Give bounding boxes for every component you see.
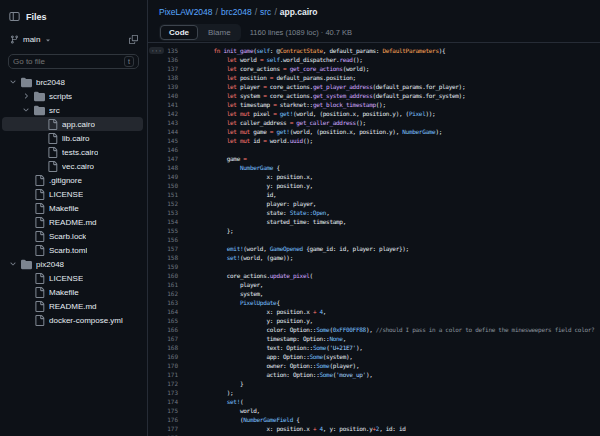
tree-item-label: vec.cairo	[62, 162, 94, 171]
tree-item-readme.md[interactable]: README.md	[2, 215, 143, 229]
breadcrumb-link[interactable]: PixeLAW2048	[159, 7, 213, 17]
breadcrumb-link[interactable]: src	[260, 7, 271, 17]
line-number[interactable]: 167	[148, 334, 187, 343]
chevron-down-icon[interactable]	[8, 260, 17, 268]
line-number[interactable]: 141	[148, 100, 187, 109]
tree-item-docker-compose.yml[interactable]: docker-compose.yml	[2, 313, 143, 327]
line-number[interactable]: 171	[148, 370, 187, 379]
code-line-text: let caller_address = get_caller_address(…	[187, 118, 366, 127]
breadcrumb-link[interactable]: brc2048	[221, 7, 252, 17]
line-number[interactable]: 140	[148, 91, 187, 100]
line-number[interactable]: 152	[148, 199, 187, 208]
tree-item-lib.cairo[interactable]: lib.cairo	[2, 131, 143, 145]
line-number[interactable]: 155	[148, 226, 187, 235]
breadcrumb-separator: /	[255, 7, 257, 17]
tree-item-label: Makefile	[49, 204, 79, 213]
line-number[interactable]: 170	[148, 361, 187, 370]
line-number[interactable]: 148	[148, 163, 187, 172]
tree-item-scarb.lock[interactable]: Scarb.lock	[2, 229, 143, 243]
line-number[interactable]: 165	[148, 316, 187, 325]
line-number[interactable]: 137	[148, 64, 187, 73]
folder-icon	[21, 77, 32, 88]
tree-item-scripts[interactable]: scripts	[2, 89, 143, 103]
code-line-text: let mut game = get!(world, (position.x, …	[187, 127, 442, 136]
code-line: 156	[148, 235, 600, 244]
code-line-text: let world = self.world_dispatcher.read()…	[187, 55, 363, 64]
line-number[interactable]: 151	[148, 190, 187, 199]
code-line-text: started_time: timestamp,	[187, 217, 346, 226]
code-line: 173 );	[148, 388, 600, 397]
tree-item-pix2048[interactable]: pix2048	[2, 257, 143, 271]
sidebar-toggle-icon[interactable]	[9, 11, 20, 22]
line-number[interactable]: 176	[148, 415, 187, 424]
code-line-text: text: Option::Some('U+21E7'),	[187, 343, 363, 352]
file-icon	[34, 245, 45, 256]
line-number[interactable]: 168	[148, 343, 187, 352]
tab-code[interactable]: Code	[160, 25, 198, 40]
tree-item-license[interactable]: LICENSE	[2, 187, 143, 201]
tree-item-label: README.md	[49, 218, 97, 227]
line-number[interactable]: 135···	[148, 46, 187, 55]
line-number[interactable]: 158	[148, 253, 187, 262]
line-number[interactable]: 144	[148, 127, 187, 136]
code-line-text: let system = core_actions.get_system_add…	[187, 91, 465, 100]
line-number[interactable]: 161	[148, 280, 187, 289]
tree-item-vec.cairo[interactable]: vec.cairo	[2, 159, 143, 173]
line-number[interactable]: 156	[148, 235, 187, 244]
line-number[interactable]: 136	[148, 55, 187, 64]
tree-item-.gitignore[interactable]: .gitignore	[2, 173, 143, 187]
tree-item-tests.cairo[interactable]: tests.cairo	[2, 145, 143, 159]
code-line-text: player: player,	[187, 199, 316, 208]
chevron-right-icon[interactable]	[21, 92, 30, 100]
line-number[interactable]: 160	[148, 271, 187, 280]
line-number[interactable]: 142	[148, 109, 187, 118]
tree-item-brc2048[interactable]: brc2048	[2, 75, 143, 89]
line-number[interactable]: 138	[148, 73, 187, 82]
code-line-text: emit!(world, GameOpened {game_id: id, pl…	[187, 244, 409, 253]
folder-icon	[34, 91, 45, 102]
file-tree: brc2048scriptssrcapp.cairolib.cairotests…	[0, 73, 147, 436]
line-number[interactable]: 143	[148, 118, 187, 127]
line-number[interactable]: 163	[148, 298, 187, 307]
line-number[interactable]: 175	[148, 406, 187, 415]
line-number[interactable]: 139	[148, 82, 187, 91]
copy-icon[interactable]	[127, 30, 140, 49]
go-to-file-input[interactable]	[13, 57, 105, 66]
tree-item-license[interactable]: LICENSE	[2, 271, 143, 285]
tree-item-makefile[interactable]: Makefile	[2, 285, 143, 299]
tree-item-label: Makefile	[49, 288, 79, 297]
line-number[interactable]: 166	[148, 325, 187, 334]
line-number[interactable]: 159	[148, 262, 187, 271]
code-line-text: action: Option::Some('move_up'),	[187, 370, 373, 379]
code-line: 151 id,	[148, 190, 600, 199]
tree-item-scarb.toml[interactable]: Scarb.toml	[2, 243, 143, 257]
line-number[interactable]: 154	[148, 217, 187, 226]
chevron-down-icon[interactable]	[21, 106, 30, 114]
line-number[interactable]: 177	[148, 424, 187, 433]
line-number[interactable]: 149	[148, 172, 187, 181]
branch-selector[interactable]: main	[7, 33, 55, 46]
line-number[interactable]: 153	[148, 208, 187, 217]
tab-blame[interactable]: Blame	[199, 25, 240, 40]
chevron-down-icon[interactable]	[8, 78, 17, 86]
line-number[interactable]: 164	[148, 307, 187, 316]
tree-item-label: lib.cairo	[62, 134, 90, 143]
line-number[interactable]: 162	[148, 289, 187, 298]
line-number[interactable]: 173	[148, 388, 187, 397]
tree-item-makefile[interactable]: Makefile	[2, 201, 143, 215]
tree-item-src[interactable]: src	[2, 103, 143, 117]
line-number[interactable]: 157	[148, 244, 187, 253]
line-number[interactable]: 169	[148, 352, 187, 361]
go-to-file-box[interactable]: t	[8, 54, 139, 69]
line-number[interactable]: 174	[148, 397, 187, 406]
line-number[interactable]: 145	[148, 136, 187, 145]
expand-collapsed-lines-icon[interactable]: ···	[149, 47, 164, 54]
tree-item-app.cairo[interactable]: app.cairo	[2, 117, 143, 131]
line-number[interactable]: 146	[148, 145, 187, 154]
line-number[interactable]: 172	[148, 379, 187, 388]
code-line: 135··· fn init_game(self: @ContractState…	[148, 46, 600, 55]
file-icon	[34, 231, 45, 242]
tree-item-readme.md[interactable]: README.md	[2, 299, 143, 313]
line-number[interactable]: 147	[148, 154, 187, 163]
line-number[interactable]: 150	[148, 181, 187, 190]
